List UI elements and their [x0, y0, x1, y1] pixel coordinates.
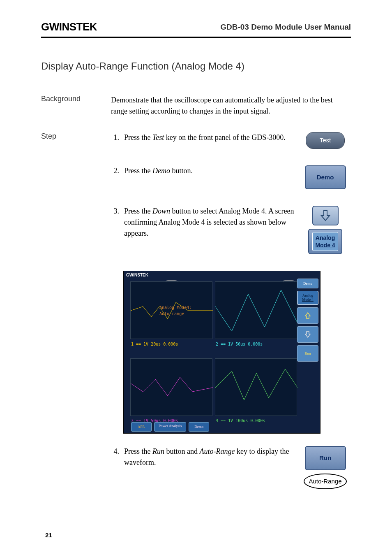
- scope-quadrant-2: [215, 281, 297, 339]
- auto-range-key-graphic: Auto-Range: [304, 474, 346, 490]
- scope-screenshot: GWINSTEK Trig? Trig? Analog Mode4:Auto r…: [123, 271, 321, 434]
- demo-button-graphic: Demo: [305, 165, 346, 190]
- step-2: 2. Press the Demo button. Demo: [111, 165, 351, 190]
- step-number: 3.: [111, 206, 119, 239]
- mode-label: Analog Mode4:Auto range: [159, 304, 191, 317]
- scope-btm-power: Power Analysis: [154, 422, 186, 432]
- step-3: 3. Press the Down button to select Analo…: [111, 206, 351, 254]
- scope-side-down: [297, 326, 318, 343]
- run-button-graphic: Run: [305, 446, 346, 470]
- mode-label: Analog Mode 4: [312, 232, 338, 251]
- down-arrow-icon: [304, 331, 311, 338]
- scope-side-run: Run: [297, 345, 318, 362]
- scope-side-demo: Demo: [297, 279, 318, 288]
- analog-mode-button-graphic: Analog Mode 4: [308, 229, 342, 254]
- doc-title: GDB-03 Demo Module User Manual: [220, 23, 351, 32]
- step-1: 1. Press the Test key on the front panel…: [111, 132, 351, 149]
- q2-info: 2 == 1V 50us 0.000s: [216, 341, 263, 347]
- step-text: Press the Run button and Auto-Range key …: [124, 446, 300, 468]
- step-text: Press the Demo button.: [124, 165, 300, 176]
- step-number: 1.: [111, 132, 119, 143]
- down-arrow-icon: [321, 210, 330, 221]
- background-row: Background Demonstrate that the oscillos…: [41, 95, 351, 122]
- scope-logo: GWINSTEK: [126, 272, 148, 278]
- scope-btm-demo: Demo: [189, 422, 209, 432]
- step-number: 4.: [111, 446, 119, 468]
- scope-btm-app: APP.: [131, 422, 152, 432]
- background-text: Demonstrate that the oscilloscope can au…: [111, 95, 351, 117]
- step-4: 4. Press the Run button and Auto-Range k…: [111, 446, 351, 489]
- background-label: Background: [41, 95, 103, 117]
- up-arrow-icon: [304, 312, 311, 319]
- steps-row: Step 1. Press the Test key on the front …: [41, 132, 351, 506]
- scope-quadrant-1: Analog Mode4:Auto range: [130, 281, 212, 339]
- down-button-graphic: [312, 206, 339, 225]
- brand-logo: GWINSTEK: [41, 21, 97, 33]
- steps-label: Step: [41, 132, 103, 506]
- q1-info: 1 == 1V 20us 0.000s: [131, 341, 178, 347]
- page-header: GWINSTEK GDB-03 Demo Module User Manual: [41, 21, 351, 38]
- section-title: Display Auto-Range Function (Analog Mode…: [41, 60, 351, 78]
- q4-info: 4 == 1V 100us 0.000s: [216, 418, 265, 424]
- scope-side-mode: Analog Mode 4: [297, 291, 318, 305]
- scope-side-up: [297, 307, 318, 324]
- steps-content: 1. Press the Test key on the front panel…: [111, 132, 351, 506]
- page-number: 21: [45, 532, 52, 539]
- test-key-graphic: Test: [306, 132, 345, 149]
- scope-quadrant-3: [130, 358, 212, 416]
- step-text: Press the Test key on the front panel of…: [124, 132, 300, 143]
- step-text: Press the Down button to select Analog M…: [124, 206, 300, 239]
- step-number: 2.: [111, 165, 119, 176]
- scope-quadrant-4: [215, 358, 297, 416]
